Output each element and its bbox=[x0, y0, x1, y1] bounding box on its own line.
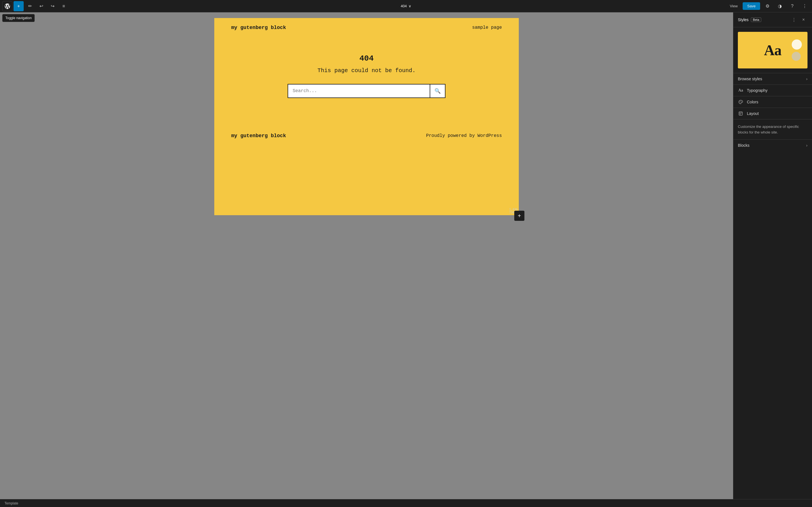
layout-icon bbox=[738, 111, 744, 116]
settings-button[interactable]: ⚙ bbox=[762, 1, 772, 11]
list-view-button[interactable]: ≡ bbox=[59, 1, 69, 11]
search-icon: 🔍 bbox=[435, 88, 441, 94]
status-bar: Template bbox=[0, 499, 812, 507]
toolbar-center: 404 ∨ bbox=[398, 3, 414, 10]
main-area: my gutenberg block sample page 404 This … bbox=[0, 12, 812, 499]
colors-row[interactable]: Colors bbox=[733, 96, 812, 108]
typography-label: Typography bbox=[747, 88, 808, 93]
help-icon: ? bbox=[791, 4, 794, 9]
typography-section: Aa Typography bbox=[733, 84, 812, 96]
colors-label: Colors bbox=[747, 100, 808, 104]
more-icon: ⋮ bbox=[802, 3, 807, 9]
preview-text: Aa bbox=[764, 42, 781, 59]
contrast-icon: ◑ bbox=[778, 3, 782, 9]
svg-point-3 bbox=[742, 102, 742, 102]
more-icon: ⋮ bbox=[792, 17, 796, 22]
wordpress-logo[interactable] bbox=[2, 1, 12, 11]
save-button[interactable]: Save bbox=[743, 2, 760, 10]
chevron-down-icon: ∨ bbox=[409, 4, 411, 8]
site-title: my gutenberg block bbox=[231, 25, 286, 31]
error-content: 404 This page could not be found. 🔍 bbox=[214, 37, 519, 109]
svg-rect-4 bbox=[739, 112, 742, 115]
layout-label: Layout bbox=[747, 111, 808, 116]
typography-icon: Aa bbox=[738, 88, 744, 93]
site-footer: my gutenberg block Proudly powered by Wo… bbox=[214, 126, 519, 145]
site-header: my gutenberg block sample page bbox=[214, 18, 519, 37]
footer-site-title: my gutenberg block bbox=[231, 133, 286, 138]
contrast-button[interactable]: ◑ bbox=[775, 1, 785, 11]
chevron-right-icon: › bbox=[806, 76, 808, 81]
status-text: Template bbox=[4, 501, 18, 505]
sidebar-title: Styles Beta bbox=[738, 17, 761, 22]
coordinates: 1,436 730 bbox=[509, 208, 518, 214]
typography-row[interactable]: Aa Typography bbox=[733, 85, 812, 96]
toolbar-left: + ✏ ↩ ↪ ≡ bbox=[2, 1, 69, 11]
search-input[interactable] bbox=[288, 84, 430, 98]
gear-icon: ⚙ bbox=[765, 3, 769, 9]
error-message: This page could not be found. bbox=[317, 67, 416, 74]
colors-section: Colors bbox=[733, 96, 812, 108]
browse-styles-label: Browse styles bbox=[738, 76, 762, 81]
search-form: 🔍 bbox=[288, 84, 446, 98]
nav-link[interactable]: sample page bbox=[472, 25, 502, 30]
toolbar: + ✏ ↩ ↪ ≡ 404 ∨ View Save ⚙ ◑ ? bbox=[0, 0, 812, 12]
pencil-icon: ✏ bbox=[28, 3, 32, 9]
blocks-row[interactable]: Blocks › bbox=[733, 139, 812, 151]
sidebar-close-button[interactable]: × bbox=[800, 16, 808, 24]
beta-badge: Beta bbox=[751, 17, 761, 22]
preview-circle-small bbox=[792, 52, 801, 61]
undo-button[interactable]: ↩ bbox=[36, 1, 46, 11]
sidebar-more-button[interactable]: ⋮ bbox=[790, 16, 798, 24]
style-preview: Aa bbox=[738, 32, 808, 68]
help-button[interactable]: ? bbox=[787, 1, 797, 11]
sidebar-header-actions: ⋮ × bbox=[790, 16, 808, 24]
layout-section: Layout bbox=[733, 108, 812, 119]
site-nav: sample page bbox=[472, 25, 502, 30]
canvas-wrapper: my gutenberg block sample page 404 This … bbox=[0, 12, 733, 499]
preview-circles bbox=[792, 40, 802, 61]
view-button[interactable]: View bbox=[727, 3, 741, 9]
toolbar-right: View Save ⚙ ◑ ? ⋮ bbox=[727, 1, 810, 11]
page-title-button[interactable]: 404 ∨ bbox=[398, 3, 414, 10]
browse-styles-row[interactable]: Browse styles › bbox=[733, 73, 812, 84]
blocks-label: Blocks bbox=[738, 143, 749, 148]
error-code: 404 bbox=[359, 54, 373, 63]
styles-sidebar: Styles Beta ⋮ × Aa Browse styles bbox=[733, 12, 812, 499]
blocks-chevron-right-icon: › bbox=[806, 143, 808, 148]
svg-point-2 bbox=[741, 101, 742, 101]
add-icon: + bbox=[17, 4, 20, 9]
close-icon: × bbox=[802, 17, 805, 22]
search-button[interactable]: 🔍 bbox=[430, 84, 446, 98]
redo-icon: ↪ bbox=[51, 3, 54, 9]
tools-button[interactable]: ✏ bbox=[25, 1, 35, 11]
preview-circle-large bbox=[792, 40, 802, 50]
layout-row[interactable]: Layout bbox=[733, 108, 812, 119]
redo-button[interactable]: ↪ bbox=[47, 1, 57, 11]
page-title-text: 404 bbox=[401, 4, 407, 8]
colors-icon bbox=[738, 100, 744, 104]
footer-credit: Proudly powered by WordPress bbox=[426, 133, 502, 138]
svg-point-1 bbox=[740, 101, 741, 101]
sidebar-header: Styles Beta ⋮ × bbox=[733, 12, 812, 27]
more-options-button[interactable]: ⋮ bbox=[800, 1, 810, 11]
sidebar-description: Customize the appearance of specific blo… bbox=[733, 119, 812, 139]
add-block-button[interactable]: + bbox=[13, 1, 24, 11]
canvas: my gutenberg block sample page 404 This … bbox=[214, 18, 519, 215]
undo-icon: ↩ bbox=[40, 3, 43, 9]
list-view-icon: ≡ bbox=[62, 4, 65, 9]
svg-point-0 bbox=[739, 102, 740, 102]
toggle-navigation-tooltip: Toggle navigation bbox=[2, 14, 35, 22]
